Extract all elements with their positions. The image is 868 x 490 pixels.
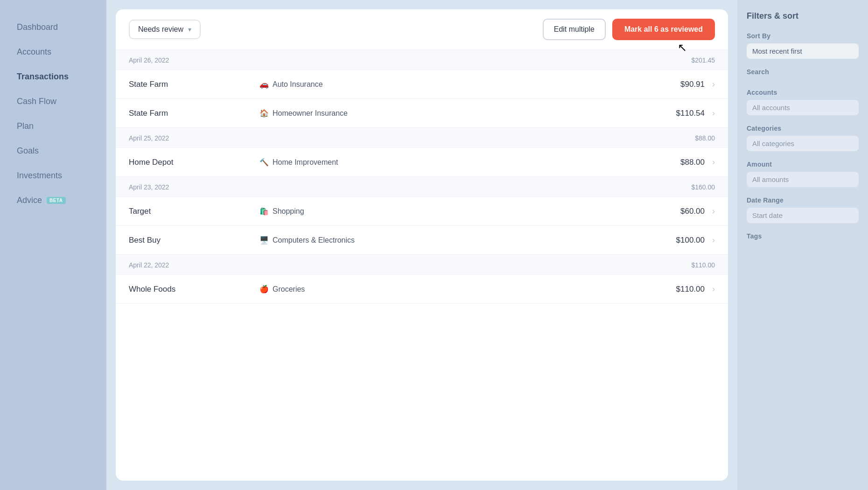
category-emoji: 🛍️ xyxy=(259,207,269,216)
sort-by-value[interactable]: Most recent first xyxy=(747,43,859,59)
date-total: $160.00 xyxy=(691,183,715,191)
transaction-amount: $60.00 xyxy=(680,207,705,216)
sidebar-item-label: Goals xyxy=(17,146,39,156)
merchant-name: Best Buy xyxy=(129,236,259,245)
chevron-right-icon: › xyxy=(712,108,715,118)
amount-value[interactable]: All amounts xyxy=(747,172,859,187)
merchant-name: Whole Foods xyxy=(129,285,259,294)
edit-multiple-button[interactable]: Edit multiple xyxy=(543,19,606,40)
needs-review-dropdown[interactable]: Needs review ▾ xyxy=(129,20,201,39)
categories-value[interactable]: All categories xyxy=(747,136,859,151)
transaction-category: 🍎 Groceries xyxy=(259,285,676,294)
search-label: Search xyxy=(747,68,859,76)
date-group-header: April 26, 2022 $201.45 xyxy=(116,50,728,70)
sort-by-label: Sort By xyxy=(747,32,859,40)
dropdown-label: Needs review xyxy=(138,25,183,34)
transaction-category: 🚗 Auto Insurance xyxy=(259,80,680,89)
sidebar-item-accounts[interactable]: Accounts xyxy=(4,41,103,63)
transaction-category: 🖥️ Computers & Electronics xyxy=(259,236,676,245)
table-row[interactable]: Target 🛍️ Shopping $60.00 › xyxy=(116,197,728,226)
category-emoji: 🏠 xyxy=(259,109,269,118)
table-row[interactable]: State Farm 🚗 Auto Insurance $90.91 › xyxy=(116,70,728,99)
transaction-category: 🛍️ Shopping xyxy=(259,207,680,216)
date-range-label: Date Range xyxy=(747,196,859,204)
sidebar-item-label: Advice xyxy=(17,196,42,205)
transaction-category: 🔨 Home Improvement xyxy=(259,158,680,167)
transaction-amount: $88.00 xyxy=(680,158,705,167)
date-total: $201.45 xyxy=(691,56,715,64)
chevron-right-icon: › xyxy=(712,79,715,89)
category-emoji: 🖥️ xyxy=(259,236,269,245)
merchant-name: State Farm xyxy=(129,80,259,89)
chevron-down-icon: ▾ xyxy=(188,26,191,33)
transactions-panel: Needs review ▾ Edit multiple Mark all 6 … xyxy=(116,9,728,481)
filters-title: Filters & sort xyxy=(747,11,859,21)
sidebar-item-advice[interactable]: Advice BETA xyxy=(4,189,103,212)
sidebar-item-label: Accounts xyxy=(17,47,51,57)
merchant-name: Home Depot xyxy=(129,158,259,167)
category-name: Shopping xyxy=(273,207,304,216)
tags-label: Tags xyxy=(747,232,859,240)
category-name: Home Improvement xyxy=(273,158,338,167)
date-label: April 23, 2022 xyxy=(129,183,169,191)
chevron-right-icon: › xyxy=(712,284,715,294)
amount-section: Amount All amounts xyxy=(747,161,859,187)
date-group-header: April 23, 2022 $160.00 xyxy=(116,177,728,197)
categories-label: Categories xyxy=(747,125,859,132)
transaction-amount: $110.00 xyxy=(676,285,705,294)
date-total: $110.00 xyxy=(691,261,715,269)
accounts-section: Accounts All accounts xyxy=(747,89,859,115)
amount-label: Amount xyxy=(747,161,859,168)
sidebar-item-label: Cash Flow xyxy=(17,97,56,106)
sidebar-item-dashboard[interactable]: Dashboard xyxy=(4,16,103,39)
date-range-value[interactable]: Start date xyxy=(747,208,859,223)
date-group-header: April 25, 2022 $88.00 xyxy=(116,128,728,148)
accounts-label: Accounts xyxy=(747,89,859,96)
sidebar-item-label: Transactions xyxy=(17,72,69,82)
date-label: April 22, 2022 xyxy=(129,261,169,269)
transaction-amount: $90.91 xyxy=(680,80,705,89)
merchant-name: Target xyxy=(129,207,259,216)
category-name: Auto Insurance xyxy=(273,80,323,89)
beta-badge: BETA xyxy=(47,197,65,204)
date-label: April 26, 2022 xyxy=(129,56,169,64)
sidebar-item-label: Plan xyxy=(17,121,34,131)
categories-section: Categories All categories xyxy=(747,125,859,151)
sidebar-item-investments[interactable]: Investments xyxy=(4,164,103,187)
sidebar-item-transactions[interactable]: Transactions xyxy=(4,65,103,88)
transaction-list: April 26, 2022 $201.45 State Farm 🚗 Auto… xyxy=(116,50,728,481)
category-emoji: 🔨 xyxy=(259,158,269,167)
date-group-header: April 22, 2022 $110.00 xyxy=(116,255,728,275)
sidebar-item-label: Investments xyxy=(17,171,62,181)
sidebar-item-plan[interactable]: Plan xyxy=(4,115,103,138)
toolbar: Needs review ▾ Edit multiple Mark all 6 … xyxy=(116,9,728,50)
tags-section: Tags xyxy=(747,232,859,244)
category-emoji: 🚗 xyxy=(259,80,269,89)
category-name: Computers & Electronics xyxy=(273,236,355,245)
transaction-amount: $110.54 xyxy=(676,109,705,118)
category-emoji: 🍎 xyxy=(259,285,269,294)
search-section: Search xyxy=(747,68,859,79)
sort-by-section: Sort By Most recent first xyxy=(747,32,859,59)
sidebar-item-label: Dashboard xyxy=(17,22,58,32)
filters-panel: Filters & sort Sort By Most recent first… xyxy=(737,0,868,490)
merchant-name: State Farm xyxy=(129,109,259,118)
toolbar-right: Edit multiple Mark all 6 as reviewed ↖ xyxy=(543,19,715,40)
category-name: Groceries xyxy=(273,285,305,294)
table-row[interactable]: Whole Foods 🍎 Groceries $110.00 › xyxy=(116,275,728,304)
sidebar-item-cashflow[interactable]: Cash Flow xyxy=(4,90,103,113)
accounts-value[interactable]: All accounts xyxy=(747,100,859,115)
chevron-right-icon: › xyxy=(712,206,715,216)
sidebar: Dashboard Accounts Transactions Cash Flo… xyxy=(0,0,106,490)
table-row[interactable]: Home Depot 🔨 Home Improvement $88.00 › xyxy=(116,148,728,177)
category-name: Homeowner Insurance xyxy=(273,109,348,118)
mark-reviewed-button[interactable]: Mark all 6 as reviewed xyxy=(612,19,715,40)
table-row[interactable]: Best Buy 🖥️ Computers & Electronics $100… xyxy=(116,226,728,255)
transaction-category: 🏠 Homeowner Insurance xyxy=(259,109,676,118)
sidebar-item-goals[interactable]: Goals xyxy=(4,140,103,162)
table-row[interactable]: State Farm 🏠 Homeowner Insurance $110.54… xyxy=(116,99,728,128)
date-range-section: Date Range Start date xyxy=(747,196,859,223)
chevron-right-icon: › xyxy=(712,157,715,167)
main-area: Needs review ▾ Edit multiple Mark all 6 … xyxy=(106,0,737,490)
transaction-amount: $100.00 xyxy=(676,236,705,245)
